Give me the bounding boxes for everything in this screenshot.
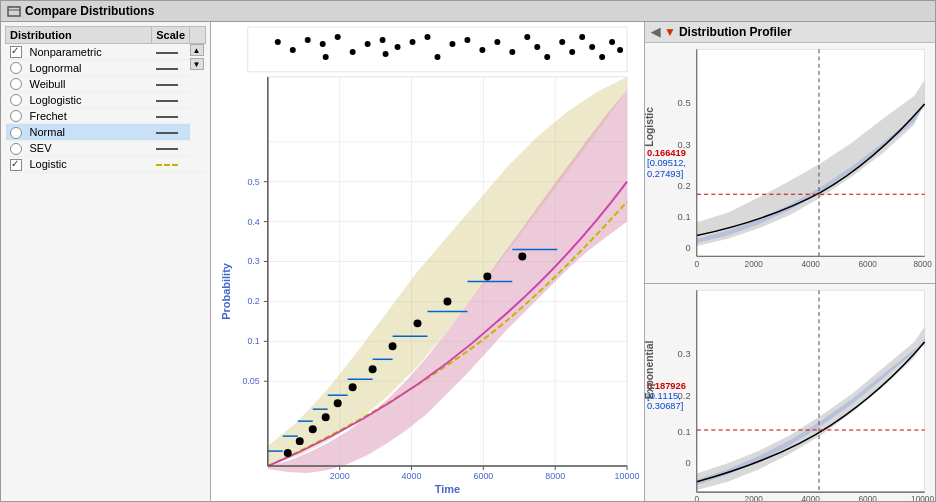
svg-point-7 — [305, 37, 311, 43]
svg-point-17 — [425, 34, 431, 40]
svg-text:0.2: 0.2 — [247, 296, 259, 306]
svg-point-22 — [494, 39, 500, 45]
svg-point-8 — [320, 41, 326, 47]
svg-point-23 — [509, 49, 515, 55]
dist-check-cell-2[interactable] — [6, 76, 26, 92]
svg-point-28 — [569, 49, 575, 55]
center-panel: Probability — [211, 22, 645, 501]
svg-text:0.3: 0.3 — [247, 256, 259, 266]
svg-point-65 — [349, 383, 357, 391]
profiler-title: Distribution Profiler — [679, 25, 792, 39]
dist-check-cell-4[interactable] — [6, 108, 26, 124]
svg-point-5 — [275, 39, 281, 45]
dist-line-4 — [152, 108, 190, 124]
dist-check-cell-5[interactable] — [6, 124, 26, 140]
dist-name-7: Logistic — [26, 156, 152, 172]
dist-name-1: Lognormal — [26, 60, 152, 76]
svg-text:0.5: 0.5 — [678, 98, 691, 108]
dist-radio-frechet[interactable] — [10, 110, 22, 122]
title-bar: Compare Distributions — [1, 1, 935, 22]
svg-point-61 — [296, 437, 304, 445]
dist-radio-sev[interactable] — [10, 143, 22, 155]
window-title: Compare Distributions — [25, 4, 154, 18]
dist-radio-weibull[interactable] — [10, 78, 22, 90]
distribution-table: Distribution Scale Nonparametric▲▼Lognor… — [5, 26, 206, 173]
svg-point-25 — [534, 44, 540, 50]
svg-point-71 — [518, 253, 526, 261]
svg-text:6000: 6000 — [858, 496, 877, 501]
svg-text:8000: 8000 — [913, 260, 932, 269]
svg-text:6000: 6000 — [473, 471, 493, 481]
svg-point-21 — [479, 47, 485, 53]
dist-line-0 — [152, 44, 190, 60]
svg-point-15 — [395, 44, 401, 50]
dist-name-5: Normal — [26, 124, 152, 140]
svg-text:0.1: 0.1 — [678, 212, 691, 222]
svg-text:2000: 2000 — [745, 260, 764, 269]
svg-text:0: 0 — [694, 260, 699, 269]
scroll-down-button[interactable]: ▼ — [190, 58, 204, 70]
svg-rect-4 — [248, 27, 627, 72]
main-chart: Probability — [211, 22, 644, 501]
dist-check-cell-0[interactable] — [6, 44, 26, 60]
dist-line-7 — [152, 156, 190, 172]
svg-text:2000: 2000 — [330, 471, 350, 481]
svg-point-10 — [335, 34, 341, 40]
dist-radio-lognormal[interactable] — [10, 62, 22, 74]
dist-check-cell-3[interactable] — [6, 92, 26, 108]
svg-text:Time: Time — [435, 483, 460, 495]
svg-point-14 — [383, 51, 389, 57]
dist-line-5 — [152, 124, 190, 140]
dist-radio-normal[interactable] — [10, 127, 22, 139]
col-distribution: Distribution — [6, 27, 152, 44]
dist-line-1 — [152, 60, 190, 76]
col-scale: Scale — [152, 27, 190, 44]
dist-name-3: Loglogistic — [26, 92, 152, 108]
svg-text:0.4: 0.4 — [247, 217, 259, 227]
svg-text:[0.09512,: [0.09512, — [647, 158, 686, 168]
profiler-content: 0.5 0.3 0.2 0.1 0 0 2000 4000 6000 8000 — [645, 43, 935, 501]
collapse-icon[interactable]: ◀ — [651, 25, 660, 39]
svg-text:Exponential: Exponential — [645, 341, 655, 400]
left-panel: Distribution Scale Nonparametric▲▼Lognor… — [1, 22, 211, 501]
svg-point-6 — [290, 47, 296, 53]
svg-text:0.5: 0.5 — [247, 177, 259, 187]
svg-point-68 — [414, 319, 422, 327]
dist-checkbox-nonparametric[interactable] — [10, 46, 22, 58]
main-window: Compare Distributions Distribution Scale… — [0, 0, 936, 502]
svg-text:0.1: 0.1 — [678, 427, 691, 437]
svg-text:10000: 10000 — [615, 471, 640, 481]
content-area: Distribution Scale Nonparametric▲▼Lognor… — [1, 22, 935, 501]
scroll-up-button[interactable]: ▲ — [190, 44, 204, 56]
svg-point-70 — [483, 272, 491, 280]
dist-checkbox-logistic[interactable] — [10, 159, 22, 171]
dropdown-icon[interactable]: ▼ — [664, 25, 676, 39]
svg-rect-0 — [8, 7, 20, 16]
svg-text:8000: 8000 — [545, 471, 565, 481]
svg-point-64 — [334, 399, 342, 407]
dist-scrollbar[interactable]: ▲▼ — [190, 44, 206, 173]
svg-point-13 — [380, 37, 386, 43]
dist-check-cell-7[interactable] — [6, 156, 26, 172]
svg-point-12 — [365, 41, 371, 47]
svg-point-18 — [434, 54, 440, 60]
svg-text:2000: 2000 — [745, 496, 764, 501]
svg-point-19 — [449, 41, 455, 47]
svg-point-63 — [322, 413, 330, 421]
dist-check-cell-6[interactable] — [6, 140, 26, 156]
svg-point-27 — [559, 39, 565, 45]
svg-point-9 — [323, 54, 329, 60]
svg-point-67 — [389, 342, 397, 350]
svg-point-32 — [609, 39, 615, 45]
dist-name-4: Frechet — [26, 108, 152, 124]
svg-point-16 — [410, 39, 416, 45]
svg-point-62 — [309, 425, 317, 433]
dist-line-2 — [152, 76, 190, 92]
svg-text:0.1: 0.1 — [247, 336, 259, 346]
svg-point-31 — [599, 54, 605, 60]
svg-text:10000: 10000 — [911, 496, 934, 501]
dist-check-cell-1[interactable] — [6, 60, 26, 76]
dist-radio-loglogistic[interactable] — [10, 94, 22, 106]
dist-name-2: Weibull — [26, 76, 152, 92]
svg-text:Logistic: Logistic — [645, 107, 655, 147]
